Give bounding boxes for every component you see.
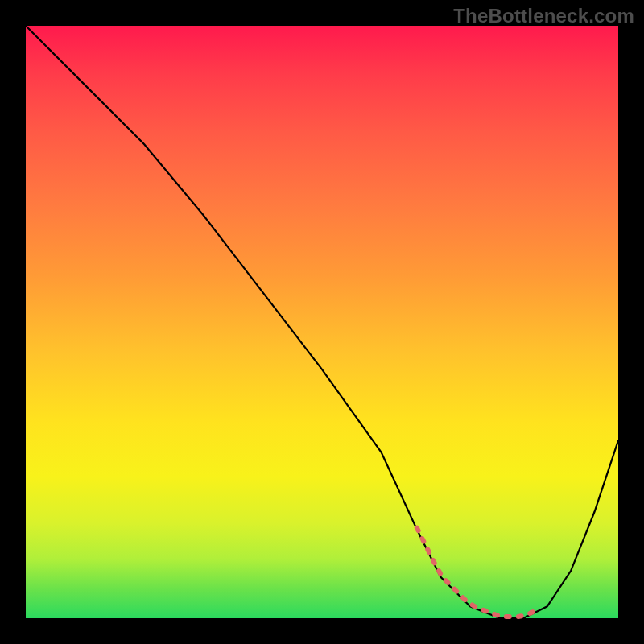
highlight-flat-region bbox=[417, 528, 535, 617]
chart-frame: TheBottleneck.com bbox=[0, 0, 644, 644]
bottleneck-curve bbox=[26, 26, 618, 618]
watermark-label: TheBottleneck.com bbox=[453, 5, 634, 27]
bottleneck-curve-svg bbox=[26, 26, 618, 618]
plot-area bbox=[26, 26, 618, 618]
